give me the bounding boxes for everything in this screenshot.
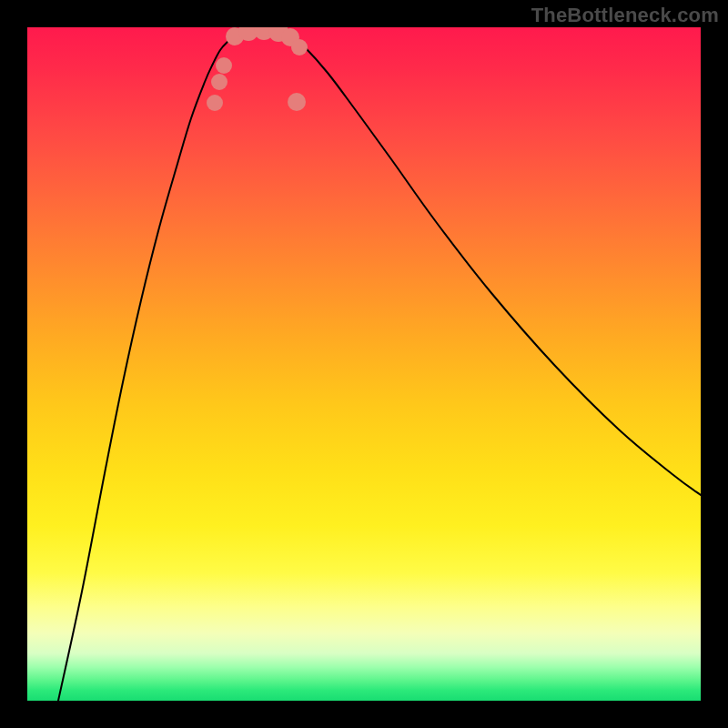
plot-area [27, 27, 701, 701]
data-marker [216, 57, 232, 74]
data-marker [291, 39, 308, 56]
curve-group [58, 29, 701, 701]
chart-frame: TheBottleneck.com [0, 0, 728, 728]
data-marker [288, 93, 306, 111]
data-marker [211, 74, 228, 90]
data-marker [207, 95, 223, 111]
chart-svg [27, 27, 701, 701]
bottleneck-curve [58, 29, 701, 701]
marker-group [207, 27, 308, 111]
watermark-text: TheBottleneck.com [531, 4, 719, 27]
